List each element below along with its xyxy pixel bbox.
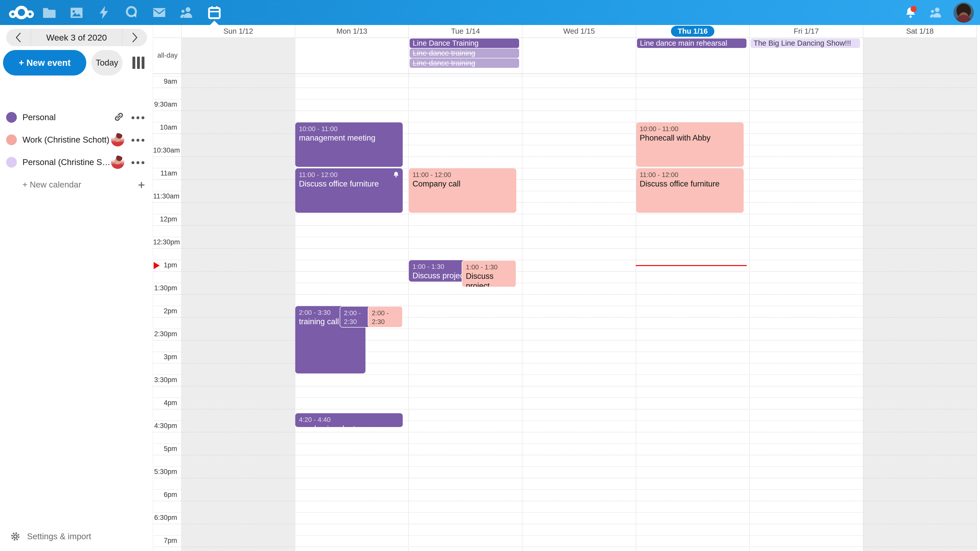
calendar-list: Personal●●●Work (Christine Schott)●●●Per… [0,106,153,196]
all-day-event[interactable]: Line dance main rehearsal [637,38,746,48]
event-title: Phonecall with Abby [640,133,740,143]
day-column-line [295,25,295,551]
time-label: 6pm [153,490,178,500]
slot-line [153,168,977,168]
app-mail-icon[interactable] [145,0,173,25]
app-files-icon[interactable] [35,0,63,25]
calendar-color-dot [6,135,17,145]
calendar-event[interactable]: 4:20 - 4:40purchasing dept conversation [295,413,403,427]
event-time: 11:00 - 12:00 [640,170,740,179]
app-photos-icon[interactable] [63,0,90,25]
share-link-icon[interactable] [114,111,124,123]
event-title: management meeting [299,133,399,143]
calendar-event[interactable]: 11:00 - 12:00Discuss office furniture [295,168,403,213]
time-label: 12:30pm [153,237,178,247]
event-time: 2:00 - 2:30 [372,309,399,326]
day-header-thu[interactable]: Thu 1/16 [636,25,749,38]
settings-import[interactable]: Settings & import [0,527,153,545]
all-day-border [153,73,977,74]
calendar-list-item[interactable]: Personal (Christine Schott)●●● [0,151,153,173]
day-header-sun[interactable]: Sun 1/12 [182,25,295,38]
calendar-list-item[interactable]: Personal●●● [0,106,153,129]
time-label: 6:30pm [153,513,178,523]
calendar-actions-menu-icon[interactable]: ●●● [131,159,146,166]
calendar-name: Personal (Christine Schott) [22,157,111,167]
event-time: 4:20 - 4:40 [299,415,399,424]
new-calendar-button[interactable]: + New calendar+ [0,173,153,196]
quarter-slot-line [153,179,977,180]
day-column-line [181,25,182,551]
user-avatar[interactable] [953,2,974,23]
calendar-event[interactable]: 11:00 - 12:00Discuss office furniture [636,168,744,213]
app-activity-icon[interactable] [90,0,118,25]
next-week-button[interactable] [123,29,147,46]
calendar-list-item[interactable]: Work (Christine Schott)●●● [0,129,153,151]
calendar-event[interactable]: 10:00 - 11:00management meeting [295,122,403,167]
quarter-slot-line [153,110,977,111]
time-label: 4pm [153,398,178,408]
week-label[interactable]: Week 3 of 2020 [30,29,123,46]
calendar-grid: Sun 1/12Mon 1/13Tue 1/14Wed 1/15Thu 1/16… [153,25,980,551]
app-calendar-icon[interactable] [200,0,228,25]
calendar-owner-avatar [111,156,124,169]
plus-icon: + [138,178,145,192]
event-time: 2:00 - 2:30 [344,309,371,326]
slot-line [153,375,977,375]
quarter-slot-line [153,455,977,455]
topbar-right [902,0,974,25]
all-day-event[interactable]: Line Dance Training [410,38,519,48]
vertical-scrollbar[interactable] [977,25,980,551]
app-talk-icon[interactable] [118,0,145,25]
day-column-line [749,25,750,551]
previous-week-button[interactable] [6,29,30,46]
app-contacts-icon[interactable] [173,0,200,25]
day-column-line [408,25,409,551]
time-label: 10:30am [153,145,178,156]
quarter-slot-line [153,409,977,410]
contacts-menu-icon[interactable] [928,4,944,21]
today-button[interactable]: Today [91,50,123,76]
all-day-event[interactable]: The Big Line Dancing Show!!! [751,38,860,48]
calendar-color-dot [6,112,17,123]
new-event-button[interactable]: + New event [3,50,86,76]
event-time: 11:00 - 12:00 [412,170,513,179]
slot-line [153,237,977,237]
slot-line [153,145,977,145]
slot-line [153,329,977,329]
day-column-line [863,25,863,551]
day-header-wed[interactable]: Wed 1/15 [522,25,635,38]
calendar-color-dot [6,157,17,168]
slot-line [153,397,977,398]
slot-line [153,191,977,191]
app-logo-icon[interactable] [8,0,35,25]
day-header-fri[interactable]: Fri 1/17 [750,25,863,38]
current-time-arrow-icon [154,262,160,269]
quarter-slot-line [153,248,977,249]
quarter-slot-line [153,524,977,524]
calendar-event[interactable]: 1:00 - 1:30Discuss project announcement [462,260,516,287]
calendar-actions-menu-icon[interactable]: ●●● [131,114,146,121]
calendar-event[interactable]: 11:00 - 12:00Company call [409,168,516,213]
time-label: 7pm [153,536,178,546]
slot-line [153,443,977,444]
notifications-bell-icon[interactable] [902,4,919,21]
event-title: Discuss office furniture [640,179,740,189]
all-day-event[interactable]: Line dance training [410,48,519,58]
calendar-event[interactable]: 10:00 - 11:00Phonecall with Abby [636,122,744,167]
nextcloud-calendar-app: Week 3 of 2020 + New event Today Persona… [0,0,980,551]
sidebar: Week 3 of 2020 + New event Today Persona… [0,25,153,551]
all-day-label: all-day [153,38,181,73]
day-header-mon[interactable]: Mon 1/13 [295,25,408,38]
slot-line [153,306,977,306]
day-header-sat[interactable]: Sat 1/18 [863,25,977,38]
new-calendar-label: + New calendar [22,180,138,189]
time-label: 11:30am [153,191,178,201]
calendar-event[interactable]: 2:00 - 2:30check-in [368,306,403,327]
time-label: 9:30am [153,100,178,110]
time-label: 10am [153,122,178,132]
all-day-event[interactable]: Line dance training [410,59,519,68]
week-view-toggle-icon[interactable] [132,57,145,69]
quarter-slot-line [153,478,977,478]
calendar-actions-menu-icon[interactable]: ●●● [131,136,146,144]
day-header-tue[interactable]: Tue 1/14 [409,25,522,38]
